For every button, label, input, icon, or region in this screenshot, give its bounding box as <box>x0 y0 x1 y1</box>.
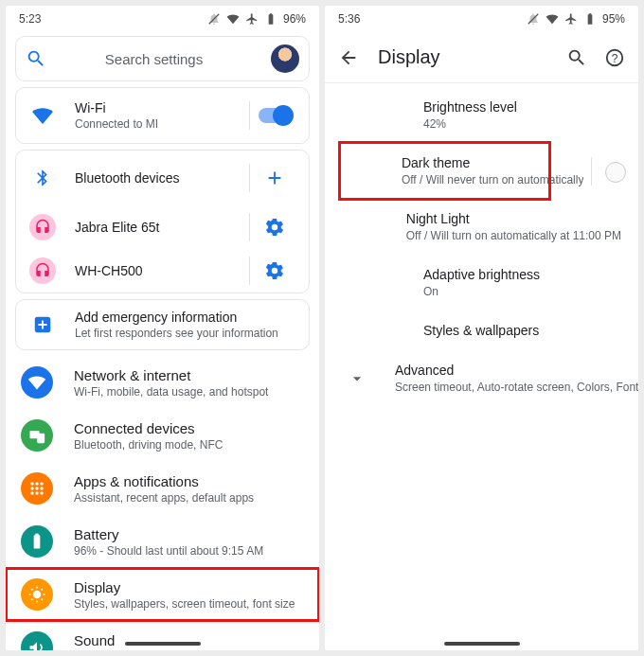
back-icon[interactable] <box>338 47 359 68</box>
bluetooth-label: Bluetooth devices <box>75 170 245 186</box>
display-item-dark-theme[interactable]: Dark themeOff / Will never turn on autom… <box>325 143 638 199</box>
item-title: Dark theme <box>402 155 584 170</box>
nav-handle[interactable] <box>125 642 201 646</box>
item-subtitle: Screen timeout, Auto-rotate screen, Colo… <box>395 381 638 394</box>
nav-handle[interactable] <box>444 642 520 646</box>
dark-theme-toggle[interactable] <box>607 165 621 178</box>
svg-line-20 <box>31 589 32 590</box>
wifi-toggle[interactable] <box>254 108 295 123</box>
wifi-icon <box>226 12 240 26</box>
battery-icon <box>27 532 46 551</box>
bt-device-row[interactable]: WH-CH500 <box>16 249 309 293</box>
svg-line-21 <box>42 599 43 600</box>
wifi-icon <box>31 104 54 127</box>
svg-line-22 <box>31 599 32 600</box>
settings-item-battery[interactable]: Battery96% - Should last until about 9:1… <box>6 515 319 568</box>
status-battery: 95% <box>602 12 625 26</box>
display-settings-screen: 5:36 95% Display ? Brightness level42%Da… <box>325 6 638 650</box>
bt-device-name: Jabra Elite 65t <box>75 220 245 235</box>
help-icon[interactable]: ? <box>604 47 625 68</box>
item-subtitle: Assistant, recent apps, default apps <box>74 491 254 505</box>
item-title: Advanced <box>395 363 638 378</box>
headphones-icon <box>34 262 51 279</box>
wifi-title: Wi-Fi <box>75 100 245 115</box>
item-subtitle: 96% - Should last until about 9:15 AM <box>74 544 263 558</box>
item-subtitle: Wi-Fi, mobile, data usage, and hotspot <box>74 385 268 399</box>
search-icon[interactable] <box>566 47 587 68</box>
gear-icon <box>264 217 285 238</box>
svg-point-5 <box>35 482 38 485</box>
status-time: 5:36 <box>338 12 360 26</box>
display-item-night-light[interactable]: Night LightOff / Will turn on automatica… <box>325 199 638 255</box>
item-title: Apps & notifications <box>74 473 254 489</box>
display-item-brightness-level[interactable]: Brightness level42% <box>325 87 638 143</box>
airplane-icon <box>245 12 259 26</box>
add-bluetooth-button[interactable] <box>254 168 295 188</box>
svg-line-23 <box>42 589 43 590</box>
wifi-icon <box>546 12 559 26</box>
plus-icon <box>264 168 285 188</box>
wifi-subtitle: Connected to MI <box>75 117 245 131</box>
item-title: Network & internet <box>74 367 268 383</box>
gear-icon <box>264 260 285 281</box>
item-subtitle: On <box>423 285 621 298</box>
wifi-row[interactable]: Wi-Fi Connected to MI <box>16 88 309 143</box>
svg-point-7 <box>30 487 33 489</box>
avatar[interactable] <box>271 44 299 73</box>
bluetooth-row[interactable]: Bluetooth devices <box>16 151 309 205</box>
headphones-icon <box>34 219 51 236</box>
settings-item-sound[interactable]: SoundVolume, vibration, Do Not Disturb <box>6 621 319 650</box>
emergency-info-row[interactable]: Add emergency information Let first resp… <box>16 300 309 349</box>
svg-text:?: ? <box>612 51 618 64</box>
item-subtitle: Styles, wallpapers, screen timeout, font… <box>74 597 295 611</box>
bt-device-row[interactable]: Jabra Elite 65t <box>16 205 309 249</box>
svg-point-15 <box>33 591 41 598</box>
display-settings-list: Brightness level42%Dark themeOff / Will … <box>325 83 638 410</box>
wifi-icon <box>27 373 46 392</box>
item-title: Adaptive brightness <box>423 267 621 282</box>
emergency-subtitle: Let first responders see your informatio… <box>75 327 295 340</box>
battery-icon <box>583 12 597 26</box>
emergency-title: Add emergency information <box>75 310 295 325</box>
svg-point-12 <box>40 491 43 494</box>
item-title: Display <box>74 579 295 595</box>
svg-point-10 <box>30 491 33 494</box>
settings-item-display[interactable]: DisplayStyles, wallpapers, screen timeou… <box>6 568 319 621</box>
bt-device-settings-button[interactable] <box>254 217 295 238</box>
status-time: 5:23 <box>19 12 41 26</box>
search-settings-field[interactable]: Search settings <box>15 36 310 81</box>
settings-home-screen: 5:23 96% Search settings Wi-Fi Connected… <box>6 6 319 650</box>
bt-device-settings-button[interactable] <box>254 260 295 281</box>
medical-icon <box>32 314 53 335</box>
item-title: Battery <box>74 526 263 542</box>
status-battery: 96% <box>283 12 306 26</box>
settings-item-devices[interactable]: Connected devicesBluetooth, driving mode… <box>6 409 319 462</box>
display-item-styles-wallpapers[interactable]: Styles & wallpapers <box>325 310 638 350</box>
sound-icon <box>27 638 46 650</box>
status-bar: 5:23 96% <box>6 6 319 32</box>
settings-item-apps[interactable]: Apps & notificationsAssistant, recent ap… <box>6 462 319 515</box>
settings-item-wifi[interactable]: Network & internetWi-Fi, mobile, data us… <box>6 356 319 409</box>
svg-rect-14 <box>35 534 38 537</box>
bt-device-name: WH-CH500 <box>75 263 245 278</box>
svg-point-8 <box>35 487 38 489</box>
search-icon <box>26 48 46 69</box>
item-title: Connected devices <box>74 420 223 436</box>
battery-icon <box>264 12 277 26</box>
display-item-advanced[interactable]: AdvancedScreen timeout, Auto-rotate scre… <box>325 350 638 406</box>
item-title: Styles & wallpapers <box>423 323 621 338</box>
svg-point-6 <box>40 482 43 485</box>
app-bar: Display ? <box>325 32 638 83</box>
item-subtitle: 42% <box>423 117 621 131</box>
svg-rect-13 <box>34 535 41 548</box>
display-item-adaptive-brightness[interactable]: Adaptive brightnessOn <box>325 255 638 310</box>
svg-point-4 <box>30 482 33 485</box>
settings-list: Network & internetWi-Fi, mobile, data us… <box>6 356 319 650</box>
airplane-icon <box>564 12 578 26</box>
item-subtitle: Off / Will turn on automatically at 11:0… <box>406 229 621 242</box>
bluetooth-icon <box>33 168 52 187</box>
svg-rect-3 <box>38 434 45 442</box>
chevron-down-icon <box>348 369 367 388</box>
apps-icon <box>27 479 46 498</box>
devices-icon <box>27 426 46 445</box>
